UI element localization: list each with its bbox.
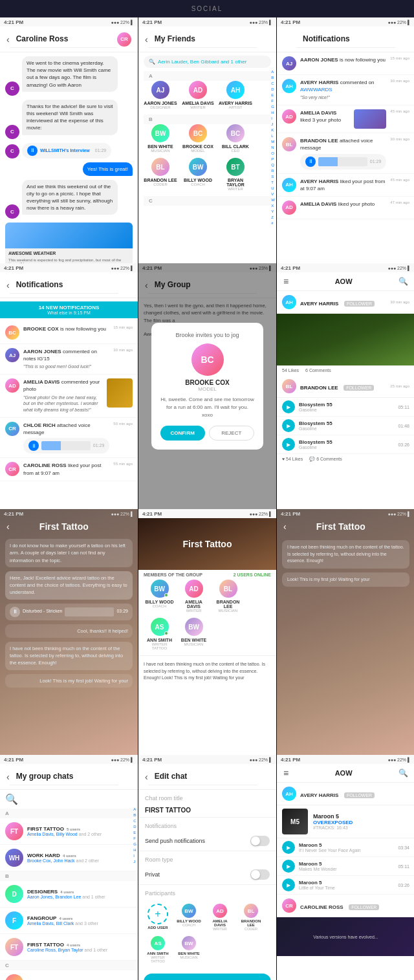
- gc-item-1[interactable]: FT FIRST TATTOO 5 users Amelia Davis, Bi…: [0, 818, 138, 845]
- album-art: M5: [282, 809, 308, 834]
- friend-brandon[interactable]: BL BRANDON LEE CODER: [144, 158, 177, 191]
- menu-icon[interactable]: ≡: [283, 276, 289, 287]
- tattoo-msg-3: Cool, thanks!! It helped!: [5, 624, 133, 638]
- audio-player-1[interactable]: ⏸ WILLSMITH's Interview 01:29: [22, 143, 111, 158]
- menu-icon-music[interactable]: ≡: [283, 768, 289, 778]
- member-ben[interactable]: BW BEN WHITE MUSICIAN: [179, 618, 208, 650]
- music-track-3[interactable]: ▶ Maroon 5 Little of Your Time 03:26: [277, 876, 414, 895]
- friend-avatar-2: AD: [189, 81, 207, 99]
- friends-row-a: AJ AARON JONES DESIGNER AD AMELIA DAVIS …: [144, 81, 271, 109]
- section-a: A: [144, 71, 271, 81]
- participant-ben[interactable]: BW BEN WHITE MUSICIAN: [176, 936, 202, 963]
- news-card-subtitle: This weekend is expected to fog and prec…: [5, 258, 133, 263]
- friends-list: A AJ AARON JONES DESIGNER AD AMELIA DAVI…: [138, 71, 276, 206]
- search-icon-aow[interactable]: 🔍: [398, 277, 408, 286]
- friends-row-b2: BL BRANDON LEE CODER BW BILLY WOOD COACH…: [144, 158, 271, 191]
- gc-item-dog[interactable]: MD MY FIRST DOG 4 users: [0, 970, 138, 980]
- track-row-2[interactable]: ▶ Blosystem 55 Gasoline 01:48: [277, 417, 414, 435]
- add-user[interactable]: + ADD USER: [145, 904, 171, 931]
- sender-avatar-2: C: [5, 125, 19, 139]
- gc-item-des[interactable]: D DESIGNERS 4 users Aaron Jones, Brandon…: [0, 881, 138, 908]
- feed-image-forest: [277, 314, 414, 365]
- chat-content: C We went to the cinema yesterday. The n…: [0, 52, 138, 263]
- tattoo-overlay-right: 4:21 PM ●●● 22% ▌ ‹ First Tattoo I have …: [277, 509, 414, 755]
- play-track-3[interactable]: ▶: [282, 438, 295, 451]
- music-track-2[interactable]: ▶ Maroon 5 Makes Me Wonder 05:11: [277, 857, 414, 876]
- member-ann[interactable]: AS ANN SMITH WRITER TATTOO: [145, 618, 174, 650]
- play-button-1[interactable]: ⏸: [27, 146, 38, 156]
- gc-search[interactable]: 🔍: [0, 790, 138, 809]
- news-card-title: AWESOME WEATHER: [5, 248, 133, 258]
- play-track-2[interactable]: ▶: [282, 419, 295, 432]
- members-grid: BW BILLY WOOD COACH AD AMELIA DAVIS WRIT…: [138, 580, 276, 655]
- member-billy[interactable]: BW BILLY WOOD COACH: [145, 580, 174, 613]
- toggle-knob: [251, 836, 260, 845]
- gc-item-2[interactable]: WH WORK HARD 4 users Brooke Cox, John Ha…: [0, 845, 138, 871]
- members-title: First Tattoo: [183, 539, 232, 549]
- tattoo-chat-content: I do not know how to make yourself a tat…: [0, 535, 138, 755]
- follower-badge-1: FOLLOWER: [344, 301, 375, 307]
- friend-bill[interactable]: BC BILL CLARK CEO: [219, 124, 252, 153]
- friend-billy[interactable]: BW BILLY WOOD COACH: [181, 158, 215, 191]
- confirm-button[interactable]: CONFIRM: [160, 426, 205, 441]
- page-title-gc: My group chats: [10, 768, 118, 785]
- play-track-1[interactable]: ▶: [282, 400, 295, 413]
- screen-group-chats: 4:21 PM ●●● 22% ▌ ‹ My group chats 🔍 A F…: [0, 755, 138, 980]
- privat-label: Privat: [145, 871, 160, 878]
- back-arrow-tattoo-r[interactable]: ‹: [283, 521, 287, 532]
- back-arrow-tattoo[interactable]: ‹: [6, 521, 10, 532]
- video-preview: Various versions have evolved...: [277, 917, 414, 956]
- page-title-notif-badge: Notifications: [10, 276, 118, 294]
- new-notifications-badge: 14 NEW NOTIFICATIONS What else in 9:15 P…: [0, 301, 138, 318]
- modal-overlay: Brooke invites you to jog BC BROOKE COX …: [138, 263, 276, 509]
- chat-message-2: Thanks for the advice! Be sure to visit …: [22, 100, 118, 135]
- notif-aaron: AJ AARON JONES commented on notes IG'15 …: [0, 344, 138, 375]
- gc-item-fan[interactable]: F FANGROUP 4 users Amelia Davis, Bill Cl…: [0, 908, 138, 934]
- add-user-button[interactable]: +: [147, 904, 168, 924]
- app-title: SOCIAL: [0, 0, 414, 17]
- status-icons: ●●● 22% ▌: [111, 20, 134, 25]
- long-text-area: I have not been thinking much on the con…: [138, 655, 276, 687]
- participant-ann[interactable]: AS ANN SMITH WRITER TATTOO: [145, 936, 171, 963]
- member-brandon[interactable]: BL BRANDON LEE MUSICIAN: [213, 580, 243, 613]
- track-row-3[interactable]: ▶ Blosystem 55 Gasoline 03:26: [277, 435, 414, 454]
- notif-audio[interactable]: ⏸ 01:29: [300, 154, 386, 169]
- search-bar[interactable]: 🔍 Aerin Lauder, Ben Gibbard and 1 other: [144, 56, 271, 68]
- push-notif-toggle[interactable]: [250, 836, 270, 846]
- member-amelia[interactable]: AD AMELIA DAVIS WRITER: [179, 580, 208, 613]
- search-icon-music[interactable]: 🔍: [398, 768, 408, 778]
- modal-invite-text: Brooke invites you to jog: [160, 332, 254, 338]
- friend-ben[interactable]: BW BEN WHITE MUSICIAN: [144, 124, 177, 153]
- friend-avery[interactable]: AH AVERY HARRIS ARTIST: [219, 81, 252, 109]
- notif-item-6: AD AMELIA DAVIS liked your photo 47 min …: [277, 197, 414, 219]
- chloe-audio[interactable]: ⏸ 01:29: [23, 438, 109, 453]
- friend-bryan[interactable]: BT BRYAN TAYLOR WRITER: [219, 158, 252, 191]
- play-music-1[interactable]: ▶: [282, 841, 295, 854]
- reject-button[interactable]: REJECT: [209, 426, 255, 441]
- gc-item-ft2[interactable]: FT FIRST TATTOO 4 users Caroline Ross, B…: [0, 934, 138, 961]
- screen-tattoo-right: 4:21 PM ●●● 22% ▌ ‹ First Tattoo I have …: [277, 509, 414, 755]
- friend-aaron[interactable]: AJ AARON JONES DESIGNER: [144, 81, 177, 109]
- room-type-label: Room type: [138, 851, 276, 865]
- friend-brooke[interactable]: BC BROOKE COX MODEL: [181, 124, 215, 153]
- music-track-1[interactable]: ▶ Maroon 5 If I Never See Your Face Agai…: [277, 838, 414, 857]
- search-icon: 🔍: [149, 59, 155, 65]
- save-button[interactable]: Save: [144, 974, 271, 980]
- aow-music-nav: ≡ AOW 🔍: [277, 764, 414, 783]
- participant-brandon[interactable]: BL BRANDON LEE CODER: [238, 904, 264, 931]
- participant-amelia[interactable]: AD AMELIA DAVIS WRITER: [207, 904, 233, 931]
- tattoo-audio[interactable]: ⏸ Disturbed - Stricken 03:29: [5, 604, 133, 620]
- track-row-1[interactable]: ▶ Blosystem 55 Gasoline 05:11: [277, 398, 414, 417]
- avatar[interactable]: CR: [117, 32, 131, 47]
- tattoo-msg-1: I do not know how to make yourself a tat…: [5, 539, 133, 567]
- notif-caroline: CR CAROLINE ROSS liked your post from at…: [0, 458, 138, 481]
- friend-amelia[interactable]: AD AMELIA DAVIS WRITER: [181, 81, 215, 109]
- tattoo-overlay: 4:21 PM ●●● 22% ▌ ‹ First Tattoo I do no…: [0, 509, 138, 755]
- page-title-aow: AOW: [335, 278, 353, 285]
- play-music-2[interactable]: ▶: [282, 860, 295, 873]
- privat-toggle[interactable]: [250, 869, 270, 880]
- play-music-3[interactable]: ▶: [282, 878, 295, 891]
- chat-message-3: And we think this weekend out of the cit…: [22, 180, 118, 215]
- participant-billy[interactable]: BW BILLY WOOD COACH: [176, 904, 202, 931]
- news-card[interactable]: AWESOME WEATHER This weekend is expected…: [5, 223, 133, 263]
